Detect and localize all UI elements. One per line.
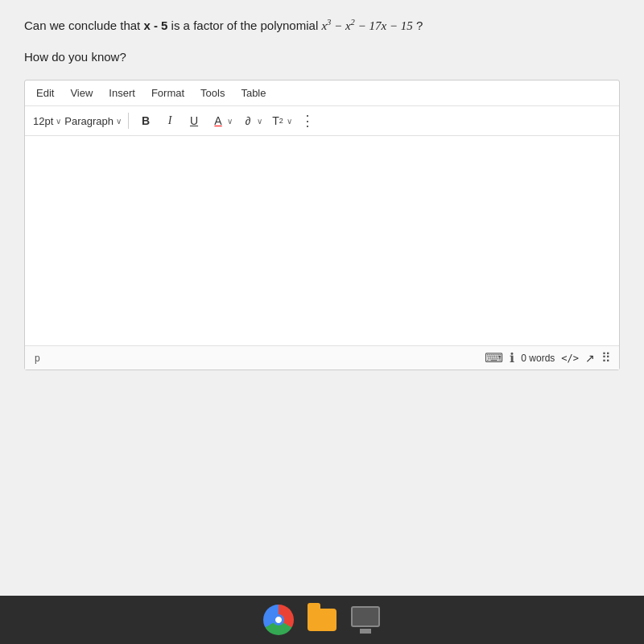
font-size-value: 12pt: [33, 115, 53, 127]
folder-icon[interactable]: [307, 605, 337, 635]
underline-button[interactable]: U: [184, 110, 204, 131]
font-size-chevron: ∨: [56, 117, 61, 126]
editor-container: Edit View Insert Format Tools Table 12pt…: [24, 80, 620, 370]
italic-button[interactable]: I: [159, 110, 180, 131]
highlight-chevron: ∨: [257, 117, 262, 126]
paragraph-chevron: ∨: [116, 117, 122, 126]
polynomial: x3 − x2 − 17x − 15: [321, 19, 412, 32]
paragraph-indicator: p: [33, 353, 40, 364]
monitor-screen: [351, 606, 380, 627]
highlight-icon: ∂: [239, 110, 257, 131]
edit-area[interactable]: [25, 136, 619, 345]
font-color-button[interactable]: A ∨: [208, 110, 234, 131]
monitor-stand: [360, 629, 371, 634]
info-icon[interactable]: ℹ: [510, 350, 514, 365]
monitor-icon[interactable]: [350, 605, 381, 635]
menu-bar: Edit View Insert Format Tools Table: [25, 80, 619, 106]
font-size-selector[interactable]: 12pt ∨: [33, 115, 61, 127]
menu-format[interactable]: Format: [148, 85, 188, 101]
font-color-icon: A: [209, 110, 227, 131]
font-color-chevron: ∨: [227, 117, 233, 126]
highlight-button[interactable]: ∂ ∨: [237, 110, 264, 131]
monitor-body: [351, 606, 380, 634]
toolbar-separator-1: [128, 113, 129, 129]
menu-edit[interactable]: Edit: [33, 85, 57, 101]
expand-button[interactable]: ↗: [585, 352, 595, 365]
superscript-button[interactable]: T2 ∨: [267, 110, 294, 131]
bold-button[interactable]: B: [135, 110, 156, 131]
bold-term: x - 5: [143, 19, 167, 32]
keyboard-icon[interactable]: ⌨: [485, 350, 503, 365]
menu-table[interactable]: Table: [237, 85, 269, 101]
code-view-button[interactable]: </>: [561, 353, 579, 364]
more-options-button[interactable]: ⋮: [300, 112, 315, 130]
paragraph-value: Paragraph: [64, 115, 114, 127]
menu-insert[interactable]: Insert: [105, 85, 138, 101]
underline-icon: U: [190, 114, 198, 127]
superscript-chevron: ∨: [287, 117, 292, 126]
sub-question: How do you know?: [24, 50, 620, 64]
menu-view[interactable]: View: [67, 85, 96, 101]
grid-button[interactable]: ⠿: [601, 350, 611, 365]
chrome-icon[interactable]: [263, 605, 294, 635]
chrome-center-circle: [273, 614, 284, 625]
chrome-logo: [263, 605, 294, 635]
taskbar: [0, 596, 644, 644]
page-background: Can we conclude that x - 5 is a factor o…: [0, 0, 644, 596]
question-text: Can we conclude that x - 5 is a factor o…: [24, 16, 620, 35]
folder-tab: [308, 603, 320, 609]
bold-icon: B: [142, 114, 150, 127]
italic-icon: I: [168, 114, 172, 127]
word-count: 0 words: [521, 353, 555, 364]
status-bar: p ⌨ ℹ 0 words </> ↗ ⠿: [25, 345, 619, 369]
toolbar: 12pt ∨ Paragraph ∨ B I U A ∨ ∂: [25, 106, 619, 136]
menu-tools[interactable]: Tools: [197, 85, 228, 101]
paragraph-selector[interactable]: Paragraph ∨: [64, 115, 122, 127]
folder-body: [308, 609, 336, 631]
superscript-icon: T2: [269, 110, 287, 131]
